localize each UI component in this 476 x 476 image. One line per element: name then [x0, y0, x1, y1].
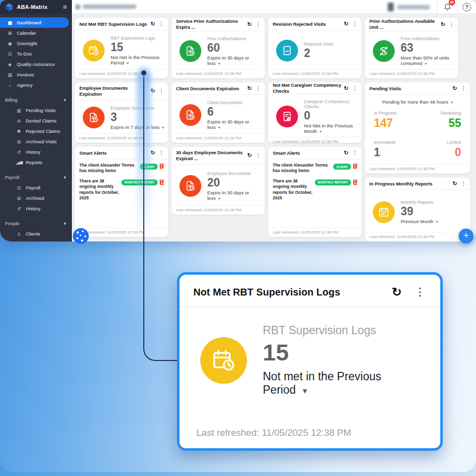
card-title: Not Met Caregiver Competency Checks	[273, 82, 342, 94]
kebab-menu-icon[interactable]: ⋮	[255, 152, 261, 159]
filter-dropdown[interactable]: Not met in the Previous Period▾	[111, 55, 164, 65]
sidebar-item-calendar[interactable]: ⊞ Calendar	[0, 28, 72, 38]
notifications-button[interactable]: 85	[437, 2, 457, 12]
alert-row[interactable]: There are 38 ongoing monthly reports for…	[268, 175, 361, 202]
card-title: Not Met RBT Supervision Logs	[79, 21, 149, 27]
kebab-menu-icon[interactable]: ⋮	[449, 21, 454, 28]
chevron-down-icon: ▾	[436, 220, 438, 224]
sidebar-section-people[interactable]: People ▾	[0, 218, 72, 229]
grid-column-1: Not Met RBT Supervision Logs ↻ ⋮ RBT Sup…	[75, 18, 168, 241]
filter-dropdown[interactable]: Previous Month▾	[401, 219, 438, 224]
stat-in-progress: In Progress 147	[374, 108, 417, 135]
chevron-down-icon: ▾	[126, 61, 128, 65]
card-smart-alerts-2: Smart Alerts ↻ ⋮ The client Alexander To…	[268, 147, 361, 237]
delete-alert-icon[interactable]	[160, 179, 164, 185]
filter-dropdown[interactable]: Expire In 30 days or less▾	[207, 55, 261, 66]
kebab-menu-icon[interactable]: ⋮	[461, 180, 466, 187]
sidebar-item-label: History	[26, 206, 41, 211]
eye-icon: ◉	[7, 41, 13, 46]
kebab-menu-icon[interactable]: ⋮	[461, 85, 466, 92]
sidebar-item-agency[interactable]: ⌂ Agency	[0, 80, 72, 90]
metric-label: Caregiver Competency Checks	[304, 99, 357, 109]
alert-row[interactable]: There are 38 ongoing monthly reports for…	[75, 175, 168, 202]
refresh-icon[interactable]: ↻	[151, 88, 155, 94]
refresh-icon[interactable]: ↻	[151, 21, 155, 27]
cube-logo-icon	[5, 3, 13, 11]
sidebar-item-reports[interactable]: ▂▅▇ Reports	[0, 157, 72, 168]
refresh-icon[interactable]: ↻	[247, 21, 252, 28]
sidebar-item-label: Denied Claims	[26, 118, 57, 123]
refresh-icon[interactable]: ↻	[247, 85, 252, 92]
delete-alert-icon[interactable]	[160, 164, 164, 169]
kebab-menu-icon[interactable]: ⋮	[352, 21, 357, 27]
refresh-icon[interactable]: ↻	[453, 180, 457, 187]
sidebar-item-label: To-Dos	[17, 51, 32, 57]
sidebar-item-dashboard[interactable]: ▦ Dashboard	[0, 17, 69, 28]
card-client-documents-expiration: Client Documents Expiration ↻ ⋮ Client D…	[172, 82, 265, 143]
filter-dropdown[interactable]: Expire In 30 days or less▾	[207, 190, 261, 201]
sidebar-section-billing[interactable]: Billing ▾	[0, 95, 72, 105]
delete-alert-icon[interactable]	[353, 164, 357, 169]
sidebar-item-rejected-claims[interactable]: ✖ Rejected Claims	[0, 126, 72, 136]
refresh-icon[interactable]: ↻	[453, 85, 457, 92]
refresh-icon[interactable]: ↻	[344, 150, 349, 156]
filter-dropdown[interactable]: Pending for more than 48 hours▾	[365, 95, 470, 106]
kebab-menu-icon[interactable]: ⋮	[159, 150, 164, 156]
alert-row[interactable]: The client Alexander Torres has missing …	[75, 159, 168, 175]
sidebar-item-quality-assurance[interactable]: ◈ Quality Assurance	[0, 59, 72, 69]
kebab-menu-icon[interactable]: ⋮	[159, 88, 164, 94]
sidebar-item-label: History	[26, 149, 41, 155]
user-menu[interactable]	[388, 2, 430, 11]
kebab-menu-icon[interactable]: ⋮	[352, 150, 357, 156]
kebab-menu-icon[interactable]: ⋮	[352, 85, 357, 92]
card-revision-rejected-visits: Revision Rejected Visits ↻ ⋮ Rejected Vi…	[268, 18, 361, 78]
refresh-icon[interactable]: ↻	[344, 85, 349, 92]
metric-value: 60	[207, 42, 261, 54]
cookie-widget-button[interactable]	[73, 228, 89, 244]
refresh-icon[interactable]: ↻	[247, 152, 252, 159]
refresh-icon[interactable]: ↻	[344, 21, 349, 27]
sidebar-item-label: Archived	[26, 195, 44, 201]
card-30-days-employee-documents: 30 days Employee Documents Expirati ... …	[172, 147, 265, 215]
sidebar-item-clients[interactable]: ♙ Clients	[0, 229, 72, 239]
alert-row[interactable]: The client Alexander Torres has missing …	[268, 159, 361, 175]
blurred-title-text	[83, 4, 136, 9]
refresh-icon[interactable]: ↻	[441, 21, 445, 28]
add-fab-button[interactable]: +	[459, 229, 474, 243]
archive-icon: ⊟	[16, 196, 22, 201]
sidebar-item-todos[interactable]: ☑ To-Dos	[0, 49, 72, 59]
sidebar-item-oversight[interactable]: ◉ Oversight	[0, 38, 72, 49]
sidebar-item-archived-visits[interactable]: ⊟ Archived Visits	[0, 136, 72, 147]
sidebar-item-payroll-archived[interactable]: ⊟ Archived	[0, 193, 72, 203]
card-not-met-rbt-supervision-logs: Not Met RBT Supervision Logs ↻ ⋮ RBT Sup…	[75, 18, 168, 78]
sidebar-item-pending-visits[interactable]: ▥ Pending Visits	[0, 105, 72, 116]
sidebar-item-billing-history[interactable]: ↺ History	[0, 147, 72, 157]
card-title: Smart Alerts	[79, 150, 149, 156]
filter-dropdown[interactable]: More than 50% of units consumed▾	[401, 55, 454, 66]
metric-label: Prior Authorizations	[207, 36, 261, 41]
denied-icon: ⊘	[16, 119, 22, 123]
refresh-icon[interactable]: ↻	[392, 285, 402, 299]
help-button[interactable]: ?	[463, 3, 471, 11]
sidebar-item-denied-claims[interactable]: ⊘ Denied Claims	[0, 116, 72, 126]
filter-dropdown[interactable]: Not met in the Previous Period▾	[263, 370, 428, 397]
kebab-menu-icon[interactable]: ⋮	[159, 21, 164, 27]
sidebar-item-invoices[interactable]: ▤ Invoices	[0, 69, 72, 80]
sidebar-item-assistants[interactable]: ♙♙ Assistants	[0, 239, 72, 241]
sidebar-section-payroll[interactable]: Payroll ▾	[0, 172, 72, 182]
filter-dropdown[interactable]: Expire In 30 days or less▾	[207, 119, 261, 130]
refresh-icon[interactable]: ↻	[151, 150, 155, 156]
filter-dropdown[interactable]: Expire In 7 days or less▾	[111, 124, 164, 130]
kebab-menu-icon[interactable]: ⋮	[415, 286, 425, 298]
sidebar-item-payroll-history[interactable]: ↺ History	[0, 203, 72, 214]
kebab-menu-icon[interactable]: ⋮	[255, 85, 261, 92]
chevron-down-icon: ▾	[63, 97, 66, 103]
hamburger-menu-icon[interactable]: ≡	[63, 3, 67, 11]
filter-dropdown[interactable]: Not Met in the Previous Month▾	[304, 123, 357, 134]
grid-column-2: Service Prior Authorizations Expira ... …	[172, 18, 265, 241]
sidebar-item-payroll[interactable]: ⊡ Payroll	[0, 182, 72, 193]
delete-alert-icon[interactable]	[353, 179, 357, 185]
metric-value: 20	[207, 177, 261, 189]
kebab-menu-icon[interactable]: ⋮	[255, 21, 261, 28]
alert-text: The client Alexander Torres has missing …	[79, 163, 138, 174]
